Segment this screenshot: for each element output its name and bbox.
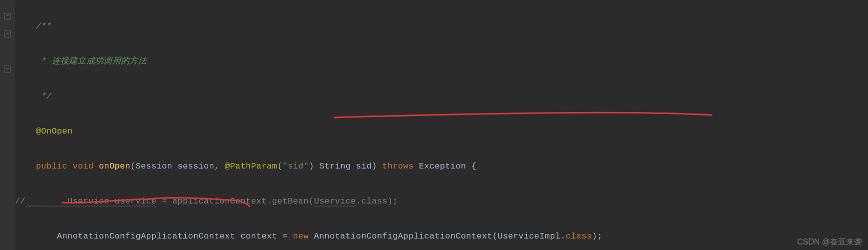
keyword: new: [293, 232, 309, 241]
watermark-text: CSDN @奋豆来袭: [797, 238, 862, 246]
code-text: AnnotationConfigApplicationContext conte…: [15, 232, 293, 241]
comment-text: Uservice: [314, 196, 356, 206]
code-line: AnnotationConfigApplicationContext conte…: [15, 228, 602, 245]
fold-icon[interactable]: −: [4, 13, 11, 20]
code-text: (: [277, 162, 283, 171]
comment-text: *: [15, 56, 52, 66]
comment-text: Uservice: [25, 196, 109, 206]
code-line: // Uservice uservice = applicationContex…: [15, 192, 602, 210]
string-literal: "sid": [283, 162, 309, 171]
keyword: class: [566, 232, 592, 241]
code-line: */: [15, 88, 602, 105]
method-name: onOpen: [94, 162, 131, 171]
annotation: @PathParam: [225, 162, 277, 171]
keyword: public: [15, 162, 67, 171]
comment-text: */: [15, 92, 52, 101]
code-line: * 连接建立成功调用的方法: [15, 52, 602, 70]
comment-text: /**: [15, 22, 52, 31]
code-line: @OnOpen: [15, 122, 602, 140]
keyword: void: [67, 162, 94, 171]
code-text: AnnotationConfigApplicationContext(Userv…: [309, 232, 566, 241]
comment-text: = applicationContext.getBean(: [157, 196, 314, 206]
fold-icon[interactable]: −: [4, 30, 11, 38]
code-editor[interactable]: /** * 连接建立成功调用的方法 */ @OnOpen public void…: [15, 0, 602, 250]
fold-icon[interactable]: −: [4, 66, 11, 72]
comment-text: //: [15, 196, 25, 206]
code-text: Exception {: [414, 162, 476, 171]
code-text: ) String sid): [309, 162, 382, 171]
comment-text: .class);: [356, 196, 398, 206]
comment-text: uservice: [109, 196, 157, 206]
comment-text: 连接建立成功调用的方法: [52, 56, 147, 66]
code-line: public void onOpen(Session session, @Pat…: [15, 158, 602, 175]
code-text: (Session session,: [130, 162, 225, 171]
code-line: /**: [15, 18, 602, 35]
annotation: @OnOpen: [15, 126, 73, 136]
keyword: throws: [382, 162, 414, 171]
code-text: );: [592, 232, 602, 241]
editor-gutter: − − −: [0, 0, 15, 250]
